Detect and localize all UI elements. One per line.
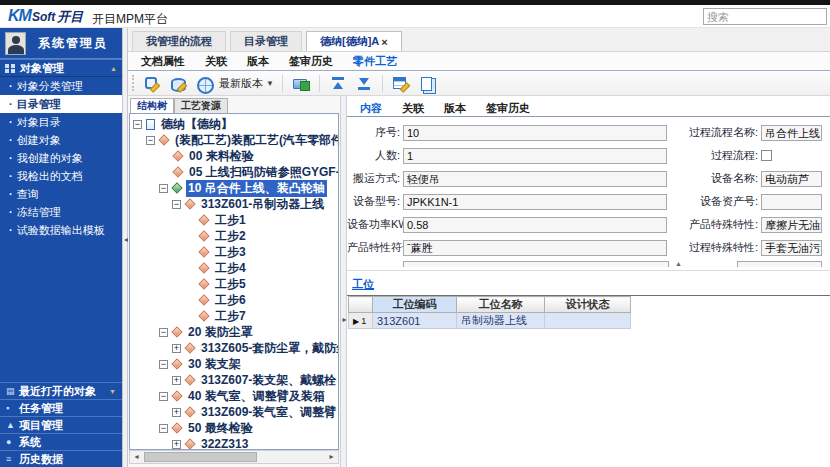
chevron-up-icon[interactable]: ▲ xyxy=(110,65,117,72)
tree-node[interactable]: −30 装支架 xyxy=(130,356,338,372)
horizontal-scrollbar[interactable]: ◂ ▸ xyxy=(129,450,339,464)
expander-icon[interactable]: + xyxy=(172,344,181,353)
expander-icon[interactable]: + xyxy=(172,440,181,449)
tree-node[interactable]: +313Z609-装气室、调整臂 xyxy=(130,404,338,420)
tree-node[interactable]: 工步6 xyxy=(130,292,338,308)
main-tab[interactable]: 我管理的流程 xyxy=(132,31,226,51)
tree-node[interactable]: 工步7 xyxy=(130,308,338,324)
tree-node[interactable]: +313Z605-套防尘罩，戴防尘罩螺 xyxy=(130,340,338,356)
tree-node[interactable]: −德纳【德纳】 xyxy=(130,116,338,132)
chevron-down-icon[interactable]: ▼ xyxy=(266,79,274,88)
expander-icon[interactable]: + xyxy=(172,376,181,385)
form-input[interactable]: 10 xyxy=(403,125,667,141)
form-input[interactable]: 0.58 xyxy=(403,217,667,233)
copy-document-icon[interactable] xyxy=(418,75,436,92)
form-input[interactable]: 吊合件上线、装凸轮轴 xyxy=(761,125,822,141)
toolbar-drag-handle[interactable] xyxy=(132,75,135,91)
station-status-cell[interactable] xyxy=(545,313,631,329)
sidebar-section-task-management[interactable]: ▪任务管理 xyxy=(0,399,122,416)
form-input[interactable]: 1 xyxy=(403,148,667,164)
content-tab[interactable]: 版本 xyxy=(434,101,476,116)
doc-tab[interactable]: 版本 xyxy=(237,54,279,69)
database-edit-icon[interactable] xyxy=(169,75,187,92)
expander-icon[interactable]: − xyxy=(159,424,168,433)
folder-image-icon[interactable] xyxy=(292,75,310,92)
collapse-bottom-icon[interactable] xyxy=(355,75,373,92)
sidebar-section-history-data[interactable]: ≡历史数据 xyxy=(0,450,122,467)
expander-icon[interactable]: − xyxy=(172,200,181,209)
sidebar-item[interactable]: ·我创建的对象 xyxy=(0,149,122,167)
station-link[interactable]: 工位 xyxy=(352,277,374,292)
tree-node[interactable]: −313Z601-吊制动器上线 xyxy=(130,196,338,212)
main-tab[interactable]: 目录管理 xyxy=(230,31,302,51)
sidebar-item[interactable]: ·目录管理 xyxy=(0,95,122,113)
sidebar-section-recent-objects[interactable]: ▤最近打开的对象▼ xyxy=(0,382,122,399)
form-input[interactable]: 手套无油污 xyxy=(761,240,822,256)
sidebar-item[interactable]: ·查询 xyxy=(0,185,122,203)
close-icon[interactable]: × xyxy=(381,36,387,48)
tree-node[interactable]: 05 上线扫码防错参照GYGF-Q-00 xyxy=(130,164,338,180)
form-input[interactable]: JPKK1N-1 xyxy=(403,194,667,210)
tree-node[interactable]: +313Z607-装支架、戴螺栓 xyxy=(130,372,338,388)
expander-icon[interactable]: − xyxy=(159,328,168,337)
expander-icon[interactable]: − xyxy=(159,184,168,193)
tree-node[interactable]: 工步1 xyxy=(130,212,338,228)
main-tab[interactable]: 德纳[德纳]A× xyxy=(306,31,402,51)
sidebar-section-project-management[interactable]: ▲项目管理 xyxy=(0,416,122,433)
scroll-left-icon[interactable]: ◂ xyxy=(130,451,143,463)
grid-sphere-icon[interactable] xyxy=(195,75,213,92)
column-header[interactable]: 工位名称 xyxy=(457,297,545,313)
column-header[interactable]: 工位编码 xyxy=(373,297,457,313)
form-input[interactable]: ˉ蔴胜 xyxy=(403,240,667,256)
edit-document-icon[interactable] xyxy=(143,75,161,92)
tree-node[interactable]: −20 装防尘罩 xyxy=(130,324,338,340)
tree-node[interactable]: 工步5 xyxy=(130,276,338,292)
sidebar-section-object-management[interactable]: 对象管理 ▲ xyxy=(0,59,122,77)
station-code-cell[interactable]: 313Z601 xyxy=(373,313,457,329)
doc-tab[interactable]: 零件工艺 xyxy=(343,54,407,69)
form-input[interactable]: 摩擦片无油污 xyxy=(761,217,822,233)
doc-tab[interactable]: 签审历史 xyxy=(279,54,343,69)
sidebar-item[interactable]: ·试验数据输出模板 xyxy=(0,221,122,239)
tree-node[interactable]: 工步3 xyxy=(130,244,338,260)
expander-icon[interactable]: − xyxy=(146,136,155,145)
doc-tab[interactable]: 文档属性 xyxy=(131,54,195,69)
content-tab[interactable]: 签审历史 xyxy=(476,101,540,116)
station-name-cell[interactable]: 吊制动器上线 xyxy=(457,313,545,329)
tree-node[interactable]: +322Z313 xyxy=(130,436,338,450)
expander-icon[interactable]: − xyxy=(159,392,168,401)
table-row[interactable]: ▶1313Z601吊制动器上线 xyxy=(349,313,631,329)
content-tab[interactable]: 关联 xyxy=(392,101,434,116)
sidebar-item[interactable]: ·对象分类管理 xyxy=(0,77,122,95)
checkbox[interactable] xyxy=(761,150,772,161)
expander-icon[interactable]: + xyxy=(172,408,181,417)
content-tab[interactable]: 内容 xyxy=(350,101,392,116)
expander-icon[interactable]: − xyxy=(159,360,168,369)
tree-node[interactable]: −50 最终检验 xyxy=(130,420,338,436)
tree-node[interactable]: 工步4 xyxy=(130,260,338,276)
expander-icon[interactable]: − xyxy=(133,120,142,129)
tree-node[interactable]: 工步2 xyxy=(130,228,338,244)
search-input[interactable] xyxy=(703,8,827,25)
sidebar-section-system[interactable]: ●系统 xyxy=(0,433,122,450)
panel-splitter[interactable]: ▸ xyxy=(340,96,347,467)
form-input[interactable]: 电动葫芦 xyxy=(761,171,822,187)
sidebar-item[interactable]: ·创建对象 xyxy=(0,131,122,149)
scroll-up-icon[interactable]: ▲ xyxy=(675,260,682,267)
tree-node[interactable]: −10 吊合件上线、装凸轮轴 xyxy=(130,180,338,196)
sidebar-item[interactable]: ·冻结管理 xyxy=(0,203,122,221)
sidebar-item[interactable]: ·我检出的文档 xyxy=(0,167,122,185)
chevron-down-icon[interactable]: ▼ xyxy=(109,388,116,395)
sidebar-item[interactable]: ·对象目录 xyxy=(0,113,122,131)
tree-tab[interactable]: 工艺资源 xyxy=(174,98,228,113)
tree-node[interactable]: 00 来料检验 xyxy=(130,148,338,164)
scroll-right-icon[interactable]: ▸ xyxy=(325,451,338,463)
tree-tab[interactable]: 结构树 xyxy=(130,98,174,113)
row-selector[interactable]: ▶1 xyxy=(349,313,373,329)
tree-node[interactable]: −40 装气室、调整臂及装箱 xyxy=(130,388,338,404)
doc-tab[interactable]: 关联 xyxy=(195,54,237,69)
scrollbar-thumb[interactable] xyxy=(144,452,257,462)
column-header[interactable]: 设计状态 xyxy=(545,297,631,313)
calendar-edit-icon[interactable] xyxy=(392,75,410,92)
form-input[interactable]: 轻便吊 xyxy=(403,171,667,187)
